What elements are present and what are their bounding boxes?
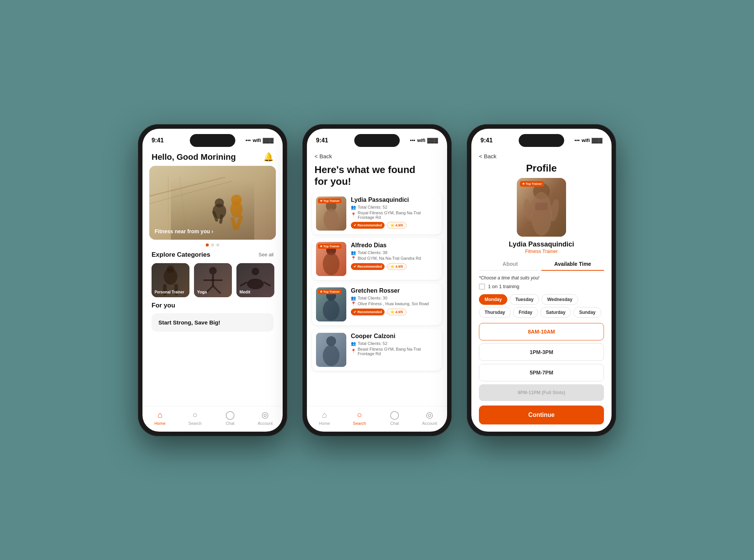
trainer-img-lydia: ★ Top Trainer — [316, 197, 346, 231]
back-button-2[interactable]: < Back — [307, 149, 447, 161]
phone-2: 9:41 ▪▪▪ wifi ▓▓▓ < Back Here's what we … — [302, 124, 452, 436]
svg-rect-8 — [219, 214, 224, 224]
day-monday[interactable]: Monday — [479, 294, 507, 305]
location-icon-lydia: 📍 — [351, 212, 356, 217]
trainer-badges-gretchen: ✔ Recommended ⭐ 4.9/5 — [351, 309, 438, 315]
see-all-button[interactable]: See all — [258, 252, 274, 257]
trainer-location-lydia: 📍 Royal Fitness GYM, Bang Na-Trat Fronta… — [351, 211, 438, 220]
nav-home-label-2: Home — [319, 421, 330, 426]
nav-account-1[interactable]: ◎ Account — [248, 410, 283, 426]
trainer-card-alfredo[interactable]: ★ Top Trainer Alfredo Dias 👥 Total Clien… — [312, 238, 442, 280]
nav-home-2[interactable]: ⌂ Home — [307, 410, 342, 426]
back-button-3[interactable]: < Back — [471, 149, 612, 161]
clients-icon-cooper: 👥 — [351, 341, 356, 346]
top-trainer-badge-profile: ★ Top Trainer — [520, 181, 544, 187]
dot-2[interactable] — [211, 243, 214, 246]
rating-badge-lydia: ⭐ 4.9/5 — [387, 222, 407, 229]
available-time-body: *Choose a time that suits you! 1 on 1 tr… — [471, 271, 612, 432]
trainer-info-lydia: Lydia Passaquindici 👥 Total Clients: 52 … — [351, 197, 438, 231]
day-sunday[interactable]: Sunday — [573, 307, 601, 318]
carousel-dots — [142, 243, 283, 246]
battery-icon: ▓▓▓ — [263, 137, 274, 143]
time-slot-5pm[interactable]: 5PM-7PM — [479, 364, 604, 381]
dynamic-island-1 — [190, 134, 235, 147]
trainer-list: ★ Top Trainer Lydia Passaquindici 👥 Tota… — [307, 193, 447, 406]
categories-row: Personal Trainer — [142, 261, 283, 299]
nav-chat-1[interactable]: ◯ Chat — [213, 410, 248, 426]
trainer-card-lydia[interactable]: ★ Top Trainer Lydia Passaquindici 👥 Tota… — [312, 193, 442, 234]
account-icon-1: ◎ — [261, 410, 269, 420]
time-slot-8am[interactable]: 8AM-10AM — [479, 323, 604, 340]
trainer-info-alfredo: Alfredo Dias 👥 Total Clients: 38 📍 Blod … — [351, 242, 438, 276]
category-personal-trainer[interactable]: Personal Trainer — [152, 263, 189, 297]
trainer-location-cooper: 📍 Beast Fitness GYM, Bang Na-Trat Fronta… — [351, 347, 438, 356]
svg-point-19 — [209, 267, 217, 275]
choose-time-label: *Choose a time that suits you! — [479, 275, 604, 281]
wifi-icon-2: wifi — [417, 137, 425, 143]
status-time-3: 9:41 — [480, 137, 493, 144]
notification-bell-icon[interactable]: 🔔 — [263, 152, 274, 162]
trainer-name-lydia: Lydia Passaquindici — [351, 197, 438, 203]
nav-home-1[interactable]: ⌂ Home — [142, 410, 178, 426]
location-icon-alfredo: 📍 — [351, 256, 356, 261]
trainer-img-gretchen: ★ Top Trainer — [316, 287, 346, 321]
one-on-one-row: 1 on 1 training — [479, 284, 604, 290]
dot-3[interactable] — [216, 243, 219, 246]
trainer-img-alfredo: ★ Top Trainer — [316, 242, 346, 276]
time-slots: 8AM-10AM 1PM-3PM 5PM-7PM 9PM-11PM (Full … — [479, 323, 604, 401]
trainer-location-alfredo: 📍 Blod GYM, Na Na-Trat Gandra Rd — [351, 256, 438, 261]
day-tuesday[interactable]: Tuesday — [510, 294, 539, 305]
nav-search-1[interactable]: ○ Search — [178, 410, 213, 426]
status-time-1: 9:41 — [152, 137, 164, 144]
trainer-clients-alfredo: 👥 Total Clients: 38 — [351, 250, 438, 255]
top-trainer-badge-lydia: ★ Top Trainer — [318, 198, 341, 203]
trainer-img-cooper — [316, 333, 346, 367]
for-you-section: For you Start Strong, Save Big! — [142, 299, 283, 334]
location-icon-gretchen: 📍 — [351, 301, 356, 306]
nav-chat-2[interactable]: ◯ Chat — [377, 410, 412, 426]
svg-point-37 — [323, 299, 339, 321]
trainer-card-gretchen[interactable]: ★ Top Trainer Gretchen Rosser 👥 Total Cl… — [312, 284, 442, 325]
dynamic-island-3 — [519, 134, 564, 147]
category-meditation[interactable]: Medit — [236, 263, 274, 297]
nav-account-2[interactable]: ◎ Account — [412, 410, 447, 426]
svg-point-43 — [531, 192, 552, 236]
tab-available-time[interactable]: Available Time — [541, 257, 604, 271]
profile-tabs: About Available Time — [479, 257, 604, 271]
svg-rect-7 — [212, 210, 219, 222]
trainer-badges-alfredo: ✔ Recommended ⭐ 4.9/5 — [351, 263, 438, 270]
bottom-nav-1: ⌂ Home ○ Search ◯ Chat ◎ Account — [142, 406, 283, 432]
greeting-text: Hello, Good Morining — [152, 152, 236, 162]
svg-point-39 — [326, 336, 336, 346]
profile-avatar-section: ★ Top Trainer — [471, 178, 612, 240]
chat-icon-1: ◯ — [225, 410, 235, 420]
rating-badge-gretchen: ⭐ 4.9/5 — [387, 309, 407, 315]
continue-button[interactable]: Continue — [479, 406, 604, 424]
nav-home-label: Home — [155, 421, 166, 426]
one-on-one-checkbox[interactable] — [479, 284, 485, 290]
category-yoga[interactable]: Yoga — [194, 263, 232, 297]
day-saturday[interactable]: Saturday — [540, 307, 571, 318]
nav-search-2[interactable]: ○ Search — [342, 410, 377, 426]
p1-header: Hello, Good Morining 🔔 — [142, 149, 283, 166]
explore-title: Explore Categories — [152, 251, 210, 259]
svg-point-10 — [231, 195, 242, 205]
promo-card[interactable]: Start Strong, Save Big! — [152, 313, 274, 332]
tab-about[interactable]: About — [479, 257, 541, 270]
trainer-clients-lydia: 👥 Total Clients: 52 — [351, 205, 438, 210]
search-result-title: Here's what we found for you! — [307, 161, 447, 193]
account-icon-nav-2: ◎ — [426, 410, 433, 420]
trainer-card-cooper[interactable]: Cooper Calzoni 👥 Total Clients: 52 📍 Bea… — [312, 329, 442, 371]
svg-rect-12 — [235, 215, 243, 230]
trainer-info-gretchen: Gretchen Rosser 👥 Total Clients: 30 📍 Ol… — [351, 287, 438, 321]
trainer-name-alfredo: Alfredo Dias — [351, 242, 438, 249]
svg-point-25 — [252, 268, 259, 275]
day-thursday[interactable]: Thursday — [479, 307, 511, 318]
hero-banner[interactable]: Fitness near from you › — [149, 166, 276, 240]
trainer-name-cooper: Cooper Calzoni — [351, 333, 438, 340]
day-wednesday[interactable]: Wednesday — [541, 294, 578, 305]
hero-label[interactable]: Fitness near from you › — [155, 228, 213, 234]
dot-1[interactable] — [206, 243, 209, 246]
day-friday[interactable]: Friday — [513, 307, 538, 318]
time-slot-1pm[interactable]: 1PM-3PM — [479, 343, 604, 361]
